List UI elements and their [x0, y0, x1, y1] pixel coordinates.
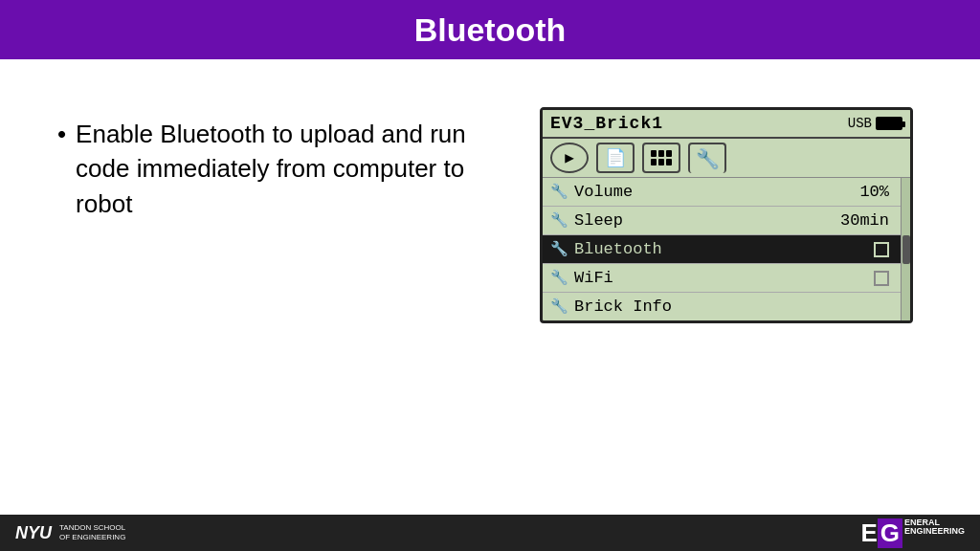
ev3-usb-area: USB: [848, 116, 902, 131]
ev3-menu-item-volume: 🔧 Volume 10%: [543, 178, 901, 207]
nyu-logo: NYU: [15, 523, 52, 543]
slide-title: Bluetooth: [414, 11, 567, 49]
ev3-menu-label-volume: Volume: [574, 183, 633, 201]
ev3-grid-icon: [642, 143, 680, 173]
ev3-menu-item-left-brickinfo: 🔧 Brick Info: [550, 298, 672, 316]
ev3-device-name: EV3_Brick1: [550, 114, 663, 133]
ev3-menu-content: 🔧 Volume 10% 🔧 Sleep 30min: [543, 178, 901, 320]
ev3-menu-label-wifi: WiFi: [574, 269, 613, 287]
ev3-menu-label-sleep: Sleep: [574, 211, 623, 230]
ev3-scroll-thumb: [902, 235, 910, 264]
ev3-bluetooth-checkbox: [874, 242, 889, 257]
ev3-settings-icon: 🔧: [688, 143, 726, 173]
eg-engineering-line: ENGINEERING: [904, 527, 965, 537]
ev3-menu-label-brickinfo: Brick Info: [574, 298, 672, 316]
ev3-menu-value-sleep: 30min: [840, 211, 889, 230]
ev3-menu-scrollbar-area: 🔧 Volume 10% 🔧 Sleep 30min: [543, 178, 910, 320]
ev3-usb-label: USB: [848, 116, 872, 131]
ev3-menu-item-left-wifi: 🔧 WiFi: [550, 269, 613, 287]
nyu-text: NYU: [15, 523, 52, 543]
ev3-battery-icon: [876, 117, 902, 130]
ev3-menu-value-volume: 10%: [859, 183, 889, 201]
bullet-text: Enable Bluetooth to upload and run code …: [76, 117, 501, 221]
ev3-menu-item-wifi: 🔧 WiFi: [543, 264, 901, 293]
eg-logo: E G ENERAL ENGINEERING: [860, 518, 965, 548]
ev3-scrollbar: [901, 178, 910, 320]
tandon-line2: OF ENGINEERING: [59, 533, 125, 542]
footer: NYU TANDON SCHOOL OF ENGINEERING E G ENE…: [0, 515, 980, 551]
eg-g-letter: G: [878, 518, 902, 548]
ev3-iconbar: ▶ 📄 🔧: [543, 139, 910, 178]
ev3-screen: EV3_Brick1 USB ▶ 📄: [540, 107, 913, 323]
ev3-menu-item-sleep: 🔧 Sleep 30min: [543, 207, 901, 235]
bullet-dot: •: [57, 117, 66, 151]
ev3-menu-item-bluetooth: 🔧 Bluetooth: [543, 235, 901, 264]
footer-right: E G ENERAL ENGINEERING: [860, 518, 965, 548]
ev3-wrench-icon-wifi: 🔧: [550, 269, 568, 287]
ev3-wrench-icon-volume: 🔧: [550, 183, 568, 201]
eg-e-letter: E: [860, 518, 877, 548]
ev3-wrench-icon-bluetooth: 🔧: [550, 240, 568, 258]
tandon-text: TANDON SCHOOL OF ENGINEERING: [59, 523, 125, 543]
left-text-area: • Enable Bluetooth to upload and run cod…: [57, 98, 540, 221]
tandon-line1: TANDON SCHOOL: [59, 523, 125, 533]
ev3-wrench-icon-brickinfo: 🔧: [550, 298, 568, 316]
bullet-item: • Enable Bluetooth to upload and run cod…: [57, 117, 501, 221]
eg-eneral-text: ENERAL ENGINEERING: [904, 518, 965, 538]
ev3-menu-label-bluetooth: Bluetooth: [574, 240, 662, 258]
ev3-menu-item-brickinfo: 🔧 Brick Info: [543, 293, 901, 320]
slide-header: Bluetooth: [0, 0, 980, 59]
ev3-play-icon: ▶: [550, 143, 589, 173]
ev3-file-icon: 📄: [596, 143, 635, 173]
ev3-wifi-checkbox: [874, 271, 889, 286]
ev3-menu-item-left-bluetooth: 🔧 Bluetooth: [550, 240, 662, 258]
main-content: • Enable Bluetooth to upload and run cod…: [0, 59, 980, 515]
ev3-topbar: EV3_Brick1 USB: [543, 110, 910, 139]
footer-left: NYU TANDON SCHOOL OF ENGINEERING: [15, 523, 125, 543]
ev3-menu-item-left: 🔧 Volume: [550, 183, 633, 201]
ev3-screen-container: EV3_Brick1 USB ▶ 📄: [540, 107, 923, 323]
ev3-wrench-icon-sleep: 🔧: [550, 211, 568, 230]
ev3-menu-item-left-sleep: 🔧 Sleep: [550, 211, 623, 230]
